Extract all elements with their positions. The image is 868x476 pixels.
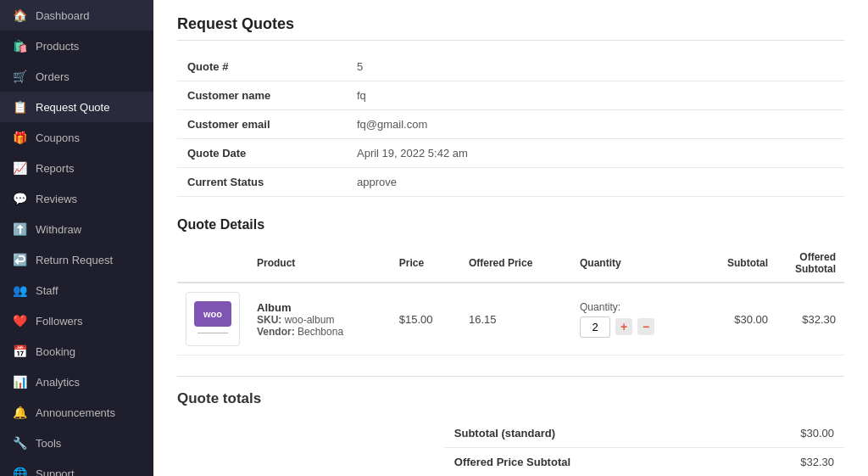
staff-icon: 👥 bbox=[12, 283, 27, 298]
vendor-label: Vendor: bbox=[257, 326, 295, 338]
sidebar-label-dashboard: Dashboard bbox=[36, 9, 90, 22]
sku-label: SKU: bbox=[257, 314, 281, 326]
reports-icon: 📈 bbox=[12, 160, 27, 176]
col-header-offered-price: Offered Price bbox=[460, 244, 571, 283]
info-row: Customer emailfq@gmail.com bbox=[177, 110, 844, 139]
analytics-icon: 📊 bbox=[12, 374, 27, 389]
withdraw-icon: ⬆️ bbox=[12, 221, 27, 237]
col-header-product: Product bbox=[248, 244, 391, 283]
table-row: woo ―――― Album SKU: woo-album Vendor: bbox=[177, 283, 844, 356]
main-content: Request Quotes Quote #5Customer namefqCu… bbox=[153, 0, 868, 476]
totals-table: Subtotal (standard)$30.00Offered Price S… bbox=[444, 419, 844, 476]
col-header-empty bbox=[177, 244, 248, 283]
info-label: Quote Date bbox=[177, 139, 347, 168]
col-header-offered-subtotal: OfferedSubtotal bbox=[776, 244, 844, 283]
quantity-label: Quantity: bbox=[580, 301, 688, 313]
sidebar-label-return-request: Return Request bbox=[36, 254, 113, 266]
sidebar-item-products[interactable]: 🛍️ Products bbox=[0, 31, 153, 61]
sidebar-label-orders: Orders bbox=[36, 70, 70, 83]
sidebar-item-request-quote[interactable]: 📋 Request Quote bbox=[0, 92, 153, 122]
sidebar-item-dashboard[interactable]: 🏠 Dashboard bbox=[0, 0, 153, 31]
totals-value: $32.30 bbox=[731, 448, 844, 477]
quantity-minus-button[interactable]: − bbox=[637, 318, 654, 335]
page-title: Request Quotes bbox=[177, 15, 844, 41]
col-header-subtotal: Subtotal bbox=[697, 244, 776, 283]
sidebar-label-reviews: Reviews bbox=[36, 193, 77, 205]
info-label: Customer name bbox=[177, 81, 347, 110]
info-label: Customer email bbox=[177, 110, 347, 139]
sidebar-item-tools[interactable]: 🔧 Tools bbox=[0, 428, 153, 458]
totals-row: Subtotal (standard)$30.00 bbox=[444, 419, 844, 448]
col-header-price: Price bbox=[391, 244, 460, 283]
sidebar-label-staff: Staff bbox=[36, 284, 58, 297]
product-name: Album bbox=[257, 301, 382, 314]
booking-icon: 📅 bbox=[12, 344, 27, 359]
sidebar-item-analytics[interactable]: 📊 Analytics bbox=[0, 367, 153, 397]
product-price-cell: $15.00 bbox=[391, 283, 460, 356]
product-offered-price-cell: 16.15 bbox=[460, 283, 571, 356]
sidebar-label-coupons: Coupons bbox=[36, 132, 80, 144]
quote-details-title: Quote Details bbox=[177, 217, 844, 232]
return-request-icon: ↩️ bbox=[12, 252, 27, 267]
sidebar-item-support[interactable]: 🌐 Support bbox=[0, 458, 153, 476]
reviews-icon: 💬 bbox=[12, 191, 27, 206]
sku-value: woo-album bbox=[285, 314, 335, 326]
sidebar-label-reports: Reports bbox=[36, 162, 75, 175]
info-label: Current Status bbox=[177, 168, 347, 197]
quantity-plus-button[interactable]: + bbox=[615, 318, 632, 335]
sidebar-label-followers: Followers bbox=[36, 315, 83, 328]
totals-label: Subtotal (standard) bbox=[444, 419, 731, 448]
products-icon: 🛍️ bbox=[12, 38, 27, 53]
totals-title: Quote totals bbox=[177, 390, 844, 407]
info-row: Current Statusapprove bbox=[177, 168, 844, 197]
orders-icon: 🛒 bbox=[12, 69, 27, 84]
sidebar-label-tools: Tools bbox=[36, 437, 61, 450]
sidebar-label-products: Products bbox=[36, 40, 79, 53]
info-value: fq@gmail.com bbox=[347, 110, 844, 139]
sidebar-item-return-request[interactable]: ↩️ Return Request bbox=[0, 244, 153, 275]
sidebar: 🏠 Dashboard 🛍️ Products 🛒 Orders 📋 Reque… bbox=[0, 0, 153, 476]
info-value: fq bbox=[347, 81, 844, 110]
totals-row: Offered Price Subtotal$32.30 bbox=[444, 448, 844, 477]
sidebar-label-analytics: Analytics bbox=[36, 376, 80, 389]
sidebar-item-followers[interactable]: ❤️ Followers bbox=[0, 305, 153, 336]
product-quantity-cell: Quantity: + − bbox=[571, 283, 697, 356]
sidebar-item-coupons[interactable]: 🎁 Coupons bbox=[0, 122, 153, 153]
info-value: 5 bbox=[347, 53, 844, 81]
sidebar-label-withdraw: Withdraw bbox=[36, 223, 81, 236]
woo-logo-text: woo bbox=[203, 309, 222, 319]
info-row: Quote DateApril 19, 2022 5:42 am bbox=[177, 139, 844, 168]
request-quote-icon: 📋 bbox=[12, 99, 27, 115]
product-thumbnail-cell: woo ―――― bbox=[177, 283, 248, 356]
totals-value: $30.00 bbox=[731, 419, 844, 448]
info-row: Customer namefq bbox=[177, 81, 844, 110]
woo-logo: woo bbox=[194, 301, 231, 327]
col-header-quantity: Quantity bbox=[571, 244, 697, 283]
sidebar-label-support: Support bbox=[36, 468, 75, 477]
sidebar-label-request-quote: Request Quote bbox=[36, 101, 109, 114]
info-label: Quote # bbox=[177, 53, 347, 81]
product-vendor: Vendor: Bechbona bbox=[257, 326, 382, 338]
vendor-value: Bechbona bbox=[298, 326, 343, 338]
info-row: Quote #5 bbox=[177, 53, 844, 81]
sidebar-item-reports[interactable]: 📈 Reports bbox=[0, 153, 153, 183]
quantity-input[interactable] bbox=[580, 316, 610, 338]
dashboard-icon: 🏠 bbox=[12, 8, 27, 23]
followers-icon: ❤️ bbox=[12, 313, 27, 328]
sidebar-item-booking[interactable]: 📅 Booking bbox=[0, 336, 153, 367]
sidebar-label-announcements: Announcements bbox=[36, 406, 115, 419]
sidebar-item-reviews[interactable]: 💬 Reviews bbox=[0, 183, 153, 214]
totals-section: Quote totals Subtotal (standard)$30.00Of… bbox=[177, 376, 844, 476]
sidebar-item-staff[interactable]: 👥 Staff bbox=[0, 275, 153, 305]
quantity-control: + − bbox=[580, 316, 688, 338]
product-sku: SKU: woo-album bbox=[257, 314, 382, 326]
sidebar-item-withdraw[interactable]: ⬆️ Withdraw bbox=[0, 214, 153, 244]
product-thumbnail: woo ―――― bbox=[186, 292, 240, 346]
sidebar-item-orders[interactable]: 🛒 Orders bbox=[0, 61, 153, 92]
tools-icon: 🔧 bbox=[12, 435, 27, 451]
sidebar-item-announcements[interactable]: 🔔 Announcements bbox=[0, 397, 153, 428]
info-value: approve bbox=[347, 168, 844, 197]
announcements-icon: 🔔 bbox=[12, 405, 27, 420]
product-info-cell: Album SKU: woo-album Vendor: Bechbona bbox=[248, 283, 391, 356]
info-value: April 19, 2022 5:42 am bbox=[347, 139, 844, 168]
